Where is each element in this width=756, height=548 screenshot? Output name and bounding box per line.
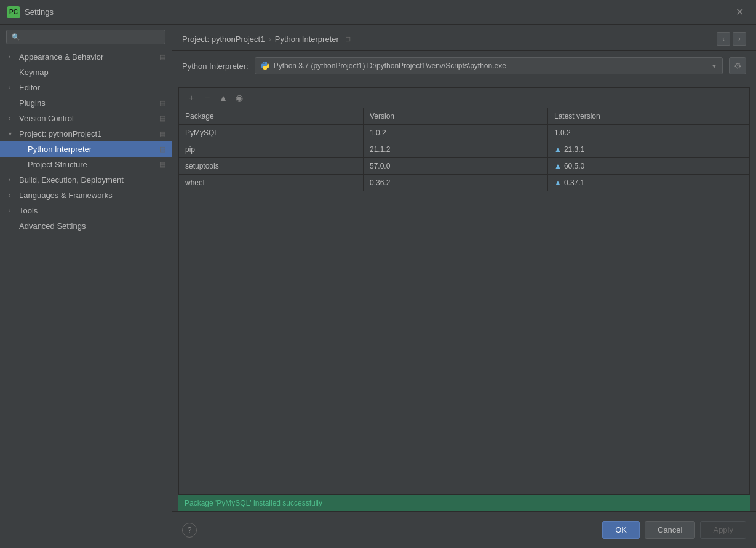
table-row[interactable]: pip 21.1.2 ▲21.3.1 — [179, 141, 749, 158]
expand-arrow: › — [9, 192, 16, 199]
package-version: 21.1.2 — [364, 141, 548, 157]
sidebar-item-languages[interactable]: › Languages & Frameworks — [0, 188, 172, 203]
package-version: 0.36.2 — [364, 175, 548, 191]
breadcrumb: Project: pythonProject1 › Python Interpr… — [182, 34, 351, 44]
interpreter-dropdown[interactable]: Python 3.7 (pythonProject1) D:\pythonPro… — [255, 57, 723, 74]
sidebar-item-label: Version Control — [19, 114, 159, 123]
package-latest: 1.0.2 — [548, 125, 749, 141]
table-header: Package Version Latest version — [179, 108, 749, 125]
search-input[interactable] — [23, 33, 160, 41]
sidebar-item-label: Plugins — [19, 98, 159, 108]
table-row[interactable]: PyMySQL 1.0.2 1.0.2 — [179, 125, 749, 141]
remove-package-button[interactable]: − — [200, 90, 215, 105]
sidebar-icon: ▤ — [159, 99, 165, 107]
package-name: setuptools — [179, 158, 364, 174]
help-button[interactable]: ? — [182, 523, 197, 538]
package-name: wheel — [179, 175, 364, 191]
show-details-button[interactable]: ◉ — [232, 90, 247, 105]
app-icon: PC — [7, 6, 20, 18]
sidebar-icon: ▤ — [159, 161, 165, 169]
expand-arrow: › — [9, 207, 16, 214]
expand-arrow: › — [9, 54, 16, 60]
main-content: 🔍 › Appearance & Behavior ▤ Keymap › Edi… — [0, 25, 756, 548]
package-table-container: + − ▲ ◉ Package Version Latest version P… — [178, 87, 750, 495]
upgrade-arrow-icon: ▲ — [554, 162, 562, 170]
python-icon — [260, 61, 270, 71]
sidebar-item-tools[interactable]: › Tools — [0, 203, 172, 218]
package-name: PyMySQL — [179, 125, 364, 141]
sidebar-icon: ▤ — [159, 145, 165, 153]
sidebar-item-label: Editor — [19, 83, 165, 92]
sidebar-item-project-structure[interactable]: Project Structure ▤ — [0, 157, 172, 172]
back-button[interactable]: ‹ — [717, 32, 730, 46]
sidebar-item-label: Languages & Frameworks — [19, 191, 165, 200]
main-panel: Project: pythonProject1 › Python Interpr… — [172, 25, 756, 548]
sidebar-item-label: Appearance & Behavior — [19, 52, 159, 62]
package-version: 1.0.2 — [364, 125, 548, 141]
chevron-down-icon: ▼ — [711, 63, 717, 69]
sidebar-item-python-interpreter[interactable]: Python Interpreter ▤ — [0, 141, 172, 157]
search-box[interactable]: 🔍 — [6, 30, 165, 44]
sidebar-item-label: Tools — [19, 206, 165, 215]
package-name: pip — [179, 141, 364, 157]
window-title: Settings — [25, 7, 54, 17]
sidebar-item-advanced[interactable]: Advanced Settings — [0, 218, 172, 234]
breadcrumb-parent: Project: pythonProject1 — [182, 34, 265, 44]
breadcrumb-icon: ⊟ — [345, 35, 351, 43]
interpreter-select-text: Python 3.7 (pythonProject1) D:\pythonPro… — [274, 62, 707, 70]
expand-arrow: › — [9, 84, 16, 91]
column-header-version: Version — [364, 108, 548, 124]
forward-button[interactable]: › — [733, 32, 746, 46]
breadcrumb-separator: › — [268, 34, 271, 44]
interpreter-row: Python Interpreter: Python 3.7 (pythonPr… — [172, 51, 756, 81]
apply-button[interactable]: Apply — [700, 521, 746, 539]
sidebar-item-label: Python Interpreter — [28, 145, 159, 154]
sidebar-item-editor[interactable]: › Editor — [0, 80, 172, 95]
status-bar: Package 'PyMySQL' installed successfully — [178, 495, 750, 511]
table-row[interactable]: setuptools 57.0.0 ▲60.5.0 — [179, 158, 749, 175]
search-icon: 🔍 — [12, 33, 20, 41]
expand-arrow: › — [9, 177, 16, 183]
upgrade-arrow-icon: ▲ — [554, 145, 562, 154]
upgrade-arrow-icon: ▲ — [554, 178, 562, 187]
gear-button[interactable]: ⚙ — [729, 57, 746, 74]
add-package-button[interactable]: + — [184, 90, 199, 105]
sidebar-item-label: Build, Execution, Deployment — [19, 175, 165, 185]
expand-arrow: ▾ — [9, 130, 16, 137]
package-latest: ▲0.37.1 — [548, 175, 749, 191]
sidebar-item-project[interactable]: ▾ Project: pythonProject1 ▤ — [0, 126, 172, 141]
package-latest: ▲21.3.1 — [548, 141, 749, 157]
package-version: 57.0.0 — [364, 158, 548, 174]
sidebar: 🔍 › Appearance & Behavior ▤ Keymap › Edi… — [0, 25, 172, 548]
table-toolbar: + − ▲ ◉ — [179, 88, 749, 108]
table-row[interactable]: wheel 0.36.2 ▲0.37.1 — [179, 175, 749, 191]
package-latest: ▲60.5.0 — [548, 158, 749, 174]
settings-window: PC Settings ✕ 🔍 › Appearance & Behavior … — [0, 0, 756, 548]
sidebar-item-label: Advanced Settings — [19, 221, 165, 231]
breadcrumb-current: Python Interpreter — [275, 34, 339, 44]
close-button[interactable]: ✕ — [731, 4, 749, 20]
footer-buttons: OK Cancel Apply — [602, 521, 746, 539]
sidebar-item-appearance[interactable]: › Appearance & Behavior ▤ — [0, 49, 172, 65]
interpreter-label: Python Interpreter: — [182, 62, 249, 71]
sidebar-item-keymap[interactable]: Keymap — [0, 65, 172, 80]
ok-button[interactable]: OK — [602, 521, 640, 539]
sidebar-item-label: Project Structure — [28, 160, 159, 169]
titlebar: PC Settings ✕ — [0, 0, 756, 25]
status-message: Package 'PyMySQL' installed successfully — [185, 499, 322, 507]
expand-arrow: › — [9, 115, 16, 122]
sidebar-item-label: Keymap — [19, 68, 165, 77]
sidebar-icon: ▤ — [159, 130, 165, 138]
nav-arrows: ‹ › — [717, 32, 746, 46]
sidebar-item-version-control[interactable]: › Version Control ▤ — [0, 111, 172, 126]
main-header: Project: pythonProject1 › Python Interpr… — [172, 25, 756, 51]
table-body: PyMySQL 1.0.2 1.0.2 pip 21.1.2 ▲21.3.1 s… — [179, 125, 749, 494]
sidebar-item-label: Project: pythonProject1 — [19, 129, 159, 138]
sidebar-item-build[interactable]: › Build, Execution, Deployment — [0, 172, 172, 188]
column-header-package: Package — [179, 108, 364, 124]
upgrade-package-button[interactable]: ▲ — [216, 90, 231, 105]
sidebar-item-plugins[interactable]: Plugins ▤ — [0, 95, 172, 111]
cancel-button[interactable]: Cancel — [645, 521, 695, 539]
footer: ? OK Cancel Apply — [172, 511, 756, 548]
column-header-latest: Latest version — [548, 108, 749, 124]
